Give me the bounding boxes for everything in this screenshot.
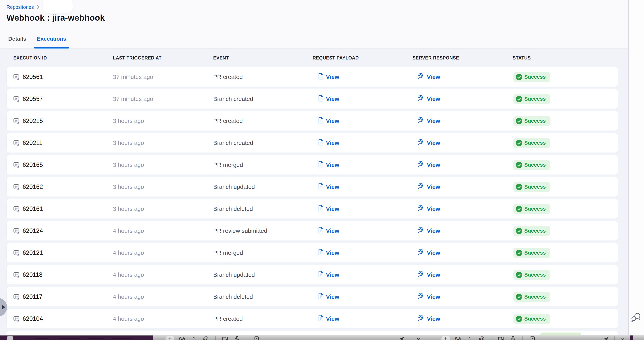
check-circle-icon	[516, 294, 522, 300]
request-payload-view-link[interactable]: View	[318, 293, 339, 301]
request-payload-view-link[interactable]: View	[318, 95, 339, 103]
server-response-view-link[interactable]: View	[418, 73, 440, 81]
inspect-response-icon	[418, 139, 424, 147]
server-response-view-link[interactable]: View	[418, 161, 440, 169]
status-label: Success	[524, 316, 546, 322]
table-row: 620557 37 minutes ago Branch created Vie…	[6, 89, 618, 109]
request-payload-view-link[interactable]: View	[318, 205, 339, 213]
server-response-view-link[interactable]: View	[418, 139, 440, 147]
execution-id: 620124	[22, 227, 43, 234]
document-icon	[318, 315, 324, 323]
event-name: Branch updated	[213, 184, 318, 190]
check-circle-icon	[516, 96, 522, 102]
request-payload-view-link[interactable]: View	[318, 271, 339, 279]
server-response-view-link[interactable]: View	[418, 271, 440, 279]
event-name: Branch updated	[213, 272, 318, 278]
inspect-response-icon	[418, 293, 424, 301]
send-icon[interactable]	[397, 336, 406, 340]
document-icon	[318, 183, 324, 191]
server-response-view-link[interactable]: View	[418, 183, 440, 191]
inspect-response-icon	[418, 249, 424, 257]
send-options-icon[interactable]	[618, 336, 627, 340]
status-badge: Success	[514, 72, 550, 82]
background-purple-edge	[630, 336, 634, 340]
request-payload-view-link[interactable]: View	[318, 161, 339, 169]
request-payload-view-link[interactable]: View	[318, 139, 339, 147]
status-label: Success	[524, 74, 546, 80]
webhook-executions-page: Repositories Webhook : jira-webhook Deta…	[0, 0, 644, 340]
request-payload-view-link[interactable]: View	[318, 183, 339, 191]
video-icon[interactable]	[221, 336, 229, 340]
server-response-view-link[interactable]: View	[418, 117, 440, 125]
toolbar-divider	[246, 336, 247, 340]
inspect-response-icon	[418, 315, 424, 323]
emoji-icon[interactable]: ☺	[465, 336, 474, 340]
formatting-icon[interactable]: Aa	[178, 336, 186, 340]
breadcrumb-repositories-link[interactable]: Repositories	[6, 4, 34, 10]
mention-icon[interactable]: @	[202, 336, 210, 340]
table-row: 620124 4 hours ago PR review submitted V…	[6, 221, 618, 241]
last-triggered-at: 3 hours ago	[113, 140, 213, 146]
server-response-view-link[interactable]: View	[418, 205, 440, 213]
emoji-icon[interactable]: ☺	[189, 336, 198, 340]
execution-id-cell: 620117	[13, 293, 113, 300]
check-circle-icon	[516, 184, 522, 190]
request-payload-view-link[interactable]: View	[318, 73, 339, 81]
execution-icon	[13, 140, 20, 146]
last-triggered-at: 4 hours ago	[113, 250, 213, 256]
formatting-icon[interactable]: Aa	[454, 336, 462, 340]
send-options-icon[interactable]	[414, 336, 423, 340]
tab-details[interactable]: Details	[8, 33, 27, 48]
status-label: Success	[524, 272, 546, 278]
column-header-server-response: SERVER RESPONSE	[412, 55, 513, 61]
document-icon	[318, 161, 324, 169]
execution-id-cell: 620118	[13, 271, 113, 278]
background-window-strip: +Aa☺@ +Aa☺@	[0, 335, 644, 340]
server-response-view-link[interactable]: View	[418, 227, 440, 235]
status-label: Success	[524, 140, 546, 146]
plus-icon[interactable]: +	[166, 336, 174, 340]
status-label: Success	[524, 228, 546, 234]
event-name: PR created	[213, 118, 318, 124]
status-label: Success	[524, 118, 546, 124]
check-circle-icon	[516, 316, 522, 322]
send-icon[interactable]	[602, 336, 610, 340]
event-name: Branch deleted	[213, 206, 318, 212]
status-badge: Success	[514, 160, 550, 170]
table-row: 620121 4 hours ago PR merged View	[6, 243, 618, 263]
execution-id-cell: 620557	[13, 96, 113, 102]
executions-table: EXECUTION ID LAST TRIGGERED AT EVENT REQ…	[0, 48, 628, 336]
status-badge: Success	[514, 116, 550, 126]
mic-icon[interactable]	[509, 336, 517, 340]
mic-icon[interactable]	[233, 336, 242, 340]
chat-bubbles-icon[interactable]	[631, 312, 642, 323]
request-payload-view-link[interactable]: View	[318, 117, 339, 125]
table-row: 620161 3 hours ago Branch deleted View	[6, 199, 618, 219]
inspect-response-icon	[418, 161, 424, 169]
check-circle-icon	[516, 250, 522, 256]
execution-id: 620165	[22, 161, 43, 168]
send-controls-left	[397, 336, 423, 340]
document-icon	[318, 227, 324, 235]
slash-commands-icon[interactable]	[528, 336, 536, 340]
slash-commands-icon[interactable]	[252, 336, 261, 340]
execution-id: 620161	[22, 205, 43, 212]
server-response-view-link[interactable]: View	[418, 315, 440, 323]
status-badge: Success	[514, 138, 550, 148]
server-response-view-link[interactable]: View	[418, 95, 440, 103]
request-payload-view-link[interactable]: View	[318, 315, 339, 323]
document-icon	[318, 293, 324, 301]
tab-executions[interactable]: Executions	[36, 33, 66, 48]
server-response-view-link[interactable]: View	[418, 249, 440, 257]
plus-icon[interactable]: +	[442, 336, 450, 340]
video-icon[interactable]	[496, 336, 505, 340]
tab-bar: Details Executions	[8, 33, 66, 48]
event-name: PR merged	[213, 162, 318, 168]
server-response-view-link[interactable]: View	[418, 293, 440, 301]
execution-id: 620118	[22, 271, 42, 278]
mention-icon[interactable]: @	[477, 336, 486, 340]
request-payload-view-link[interactable]: View	[318, 227, 339, 235]
toolbar-divider	[522, 336, 523, 340]
thumbnail	[7, 336, 13, 340]
request-payload-view-link[interactable]: View	[318, 249, 339, 257]
